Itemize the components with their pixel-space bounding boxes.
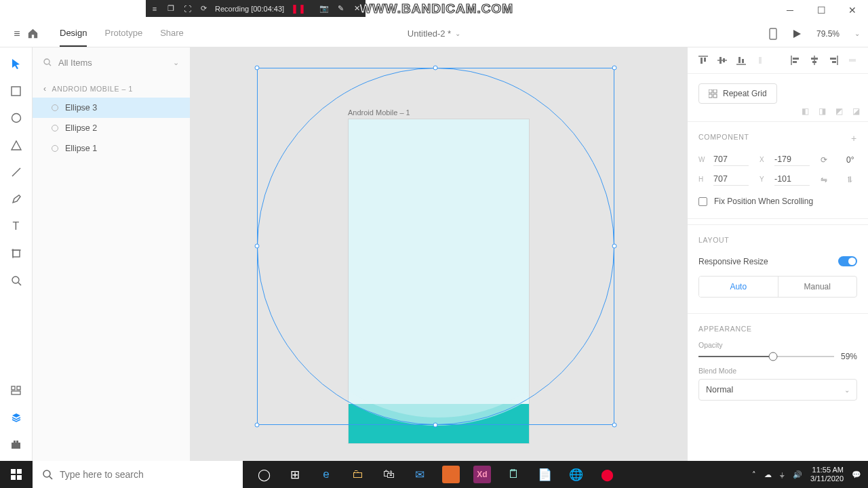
minimize-button[interactable]: ─	[774, 0, 806, 20]
align-hcenter-icon[interactable]	[810, 56, 819, 65]
resize-handle[interactable]	[612, 423, 617, 428]
pencil-icon[interactable]: ✎	[336, 4, 345, 14]
layers-search[interactable]: All Items ⌄	[33, 47, 190, 77]
tab-share[interactable]: Share	[160, 20, 184, 47]
chevron-down-icon[interactable]: ⌄	[854, 30, 860, 37]
explorer-icon[interactable]: 🗀	[342, 461, 373, 488]
fix-position-checkbox[interactable]	[698, 197, 707, 206]
resize-handle[interactable]	[612, 66, 617, 70]
ellipse-tool-icon[interactable]	[9, 111, 23, 125]
mail-icon[interactable]: ✉	[404, 461, 435, 488]
word-icon[interactable]: 📄	[529, 461, 560, 488]
chrome-icon[interactable]: 🌐	[560, 461, 591, 488]
home-icon[interactable]	[27, 28, 47, 39]
selection-bounds[interactable]	[257, 68, 614, 425]
boolean-exclude-icon[interactable]: ◪	[852, 106, 860, 116]
maximize-button[interactable]: ☐	[806, 0, 837, 20]
taskbar-search[interactable]: Type here to search	[33, 461, 243, 488]
crop-icon[interactable]: ⛶	[182, 4, 192, 14]
resize-handle[interactable]	[255, 244, 260, 249]
blend-mode-select[interactable]: Normal ⌄	[698, 379, 857, 401]
text-tool-icon[interactable]: T	[9, 220, 23, 233]
cortana-icon[interactable]: ◯	[248, 461, 279, 488]
rotate-icon[interactable]: ⟳	[821, 155, 841, 165]
play-icon[interactable]	[792, 29, 802, 39]
task-view-icon[interactable]: ⊞	[279, 461, 311, 488]
resize-auto[interactable]: Auto	[699, 277, 778, 297]
opacity-slider[interactable]: 59%	[698, 349, 857, 364]
layer-item[interactable]: Ellipse 1	[33, 138, 190, 159]
edge-icon[interactable]: e	[311, 461, 342, 488]
tray-chevron-icon[interactable]: ˄	[752, 470, 756, 479]
distribute-v-icon[interactable]	[755, 56, 765, 65]
boolean-add-icon[interactable]: ◧	[802, 106, 809, 116]
notifications-icon[interactable]: 💬	[852, 470, 861, 479]
align-vcenter-icon[interactable]	[717, 56, 727, 65]
assets-icon[interactable]	[9, 384, 23, 397]
plugins-icon[interactable]	[9, 438, 23, 451]
layer-item[interactable]: Ellipse 3	[33, 98, 190, 118]
height-input[interactable]	[713, 173, 749, 186]
taskbar-clock[interactable]: 11:55 AM 3/11/2020	[810, 466, 844, 483]
x-label: X	[760, 156, 769, 163]
resize-handle[interactable]	[612, 244, 617, 249]
resize-handle[interactable]	[255, 423, 260, 428]
pause-icon[interactable]: ❚❚	[291, 3, 306, 14]
x-input[interactable]	[774, 153, 810, 166]
width-input[interactable]	[713, 153, 749, 166]
zoom-level[interactable]: 79.5%	[816, 29, 840, 39]
artboard-tool-icon[interactable]	[9, 247, 23, 260]
svg-line-16	[49, 64, 51, 66]
layer-item[interactable]: Ellipse 2	[33, 118, 190, 138]
app-icon[interactable]	[442, 466, 460, 483]
window-icon[interactable]: ❐	[166, 4, 176, 14]
recorder-icon[interactable]: ⬤	[591, 461, 623, 488]
canvas[interactable]: Android Mobile – 1	[191, 47, 687, 461]
layers-icon[interactable]	[9, 411, 23, 424]
resize-handle[interactable]	[433, 423, 438, 428]
zoom-tool-icon[interactable]	[9, 274, 23, 287]
align-right-icon[interactable]	[829, 56, 838, 65]
distribute-h-icon[interactable]	[848, 56, 857, 65]
start-button[interactable]	[0, 461, 33, 488]
onedrive-icon[interactable]: ☁	[764, 470, 772, 479]
overlay-icon[interactable]: ⟳	[199, 4, 208, 14]
y-input[interactable]	[774, 173, 810, 186]
pen-tool-icon[interactable]	[9, 192, 23, 206]
align-bottom-icon[interactable]	[736, 56, 746, 65]
line-tool-icon[interactable]	[9, 165, 23, 179]
responsive-toggle[interactable]	[838, 256, 857, 266]
align-top-icon[interactable]	[698, 56, 708, 65]
notepad-icon[interactable]: 🗒	[498, 461, 529, 488]
menu-icon[interactable]: ≡	[150, 4, 159, 14]
resize-handle[interactable]	[433, 66, 438, 70]
app-menu-icon[interactable]: ≡	[7, 28, 27, 40]
rectangle-tool-icon[interactable]	[9, 84, 23, 98]
align-left-icon[interactable]	[791, 56, 800, 65]
svg-point-2	[12, 114, 20, 123]
network-icon[interactable]: ⏚	[780, 470, 785, 479]
flip-h-icon[interactable]: ⇋	[821, 175, 841, 184]
close-button[interactable]: ✕	[837, 0, 868, 20]
resize-handle[interactable]	[255, 66, 260, 70]
add-component-icon[interactable]: +	[851, 133, 857, 144]
rotation-value[interactable]: 0°	[846, 155, 867, 165]
select-tool-icon[interactable]	[9, 57, 23, 70]
resize-mode-segmented[interactable]: Auto Manual	[698, 276, 857, 298]
boolean-subtract-icon[interactable]: ◨	[818, 106, 826, 116]
svg-rect-11	[12, 391, 20, 394]
xd-icon[interactable]: Xd	[473, 466, 491, 483]
camera-icon[interactable]: 📷	[319, 4, 329, 14]
volume-icon[interactable]: 🔊	[793, 470, 802, 479]
store-icon[interactable]: 🛍	[373, 461, 404, 488]
flip-v-icon[interactable]: ⥮	[846, 175, 867, 184]
tab-design[interactable]: Design	[60, 20, 87, 47]
tab-prototype[interactable]: Prototype	[104, 20, 142, 47]
polygon-tool-icon[interactable]	[9, 138, 23, 152]
resize-manual[interactable]: Manual	[778, 277, 857, 297]
repeat-grid-button[interactable]: Repeat Grid	[698, 83, 777, 104]
document-title[interactable]: Untitled-2 * ⌄	[408, 28, 460, 39]
device-preview-icon[interactable]	[769, 28, 777, 40]
layers-breadcrumb[interactable]: ‹ ANDROID MOBILE – 1	[33, 77, 190, 98]
boolean-intersect-icon[interactable]: ◩	[835, 106, 843, 116]
